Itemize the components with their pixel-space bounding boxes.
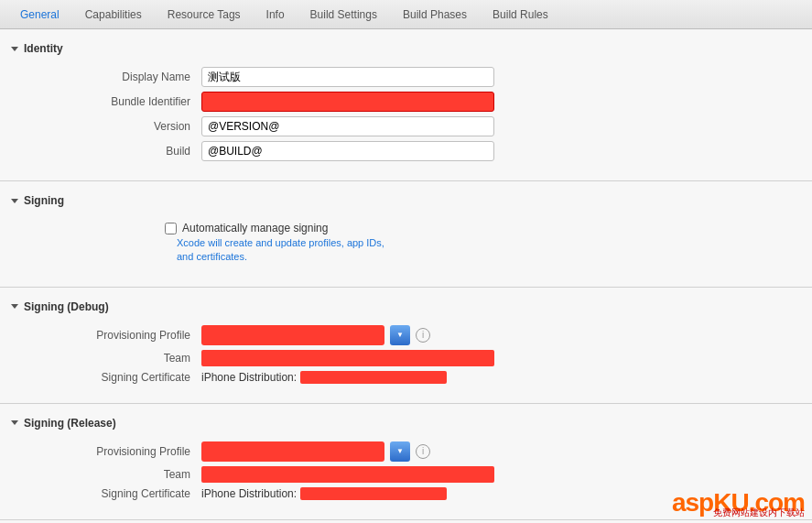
debug-team-field bbox=[201, 350, 494, 366]
release-provisioning-select-redacted[interactable] bbox=[201, 441, 384, 462]
auto-signing-checkbox[interactable] bbox=[165, 223, 177, 234]
version-input[interactable] bbox=[201, 116, 494, 136]
tab-capabilities[interactable]: Capabilities bbox=[72, 3, 155, 27]
debug-team-row: Team bbox=[0, 350, 812, 366]
release-provisioning-info-btn[interactable]: i bbox=[416, 444, 430, 459]
display-name-field bbox=[201, 67, 494, 87]
release-team-field bbox=[201, 466, 494, 483]
version-row: Version bbox=[0, 116, 812, 136]
auto-signing-row: Automatically manage signing Xcode will … bbox=[0, 214, 812, 272]
tab-general[interactable]: General bbox=[7, 3, 72, 27]
debug-cert-label: Signing Certificate bbox=[18, 371, 201, 384]
release-provisioning-field: i bbox=[201, 441, 494, 462]
debug-provisioning-label: Provisioning Profile bbox=[18, 329, 201, 342]
tab-bar: General Capabilities Resource Tags Info … bbox=[0, 0, 812, 29]
signing-header[interactable]: Signing bbox=[0, 191, 812, 214]
auto-signing-label: Automatically manage signing bbox=[182, 222, 396, 234]
collapse-triangle-signing-debug bbox=[11, 304, 18, 309]
release-cert-label: Signing Certificate bbox=[18, 487, 201, 500]
signing-release-title: Signing (Release) bbox=[24, 417, 116, 430]
signing-debug-header[interactable]: Signing (Debug) bbox=[0, 297, 812, 321]
signing-debug-section: Signing (Debug) Provisioning Profile i T… bbox=[0, 288, 812, 404]
tab-build-rules[interactable]: Build Rules bbox=[480, 3, 561, 27]
bundle-id-label: Bundle Identifier bbox=[18, 95, 201, 108]
release-provisioning-dropdown-btn[interactable] bbox=[390, 441, 410, 462]
tab-resource-tags[interactable]: Resource Tags bbox=[155, 3, 254, 27]
collapse-triangle-signing bbox=[11, 199, 18, 203]
identity-title: Identity bbox=[24, 42, 63, 55]
signing-description: Xcode will create and update profiles, a… bbox=[177, 236, 396, 265]
build-row: Build bbox=[0, 141, 812, 161]
signing-section: Signing Automatically manage signing Xco… bbox=[0, 181, 812, 288]
watermark-sub: 免费网站建设内下载站 bbox=[713, 507, 805, 519]
main-content: Identity Display Name Bundle Identifier … bbox=[0, 29, 812, 523]
release-team-redacted bbox=[201, 466, 494, 483]
debug-provisioning-info-btn[interactable]: i bbox=[416, 328, 430, 343]
bundle-id-input[interactable] bbox=[201, 92, 494, 112]
release-cert-field: iPhone Distribution: bbox=[201, 487, 494, 500]
version-label: Version bbox=[18, 120, 201, 133]
release-cert-redacted bbox=[300, 487, 447, 500]
debug-cert-redacted bbox=[300, 371, 447, 384]
display-name-input[interactable] bbox=[201, 67, 494, 87]
build-input[interactable] bbox=[201, 141, 494, 161]
signing-debug-title: Signing (Debug) bbox=[24, 300, 109, 313]
signing-release-section: Signing (Release) Provisioning Profile i… bbox=[0, 404, 812, 520]
build-label: Build bbox=[18, 145, 201, 158]
build-field bbox=[201, 141, 494, 161]
signing-release-header[interactable]: Signing (Release) bbox=[0, 413, 812, 437]
tab-build-phases[interactable]: Build Phases bbox=[390, 3, 480, 27]
release-cert-row: Signing Certificate iPhone Distribution: bbox=[0, 487, 812, 500]
release-team-label: Team bbox=[18, 468, 201, 481]
debug-provisioning-row: Provisioning Profile i bbox=[0, 325, 812, 345]
identity-header[interactable]: Identity bbox=[0, 38, 812, 62]
debug-provisioning-field: i bbox=[201, 325, 494, 345]
signing-title: Signing bbox=[24, 194, 64, 207]
release-provisioning-row: Provisioning Profile i bbox=[0, 441, 812, 462]
tab-info[interactable]: Info bbox=[254, 3, 298, 27]
debug-cert-prefix: iPhone Distribution: bbox=[201, 371, 297, 384]
collapse-triangle-identity bbox=[11, 47, 18, 51]
debug-team-label: Team bbox=[18, 352, 201, 365]
bundle-id-row: Bundle Identifier bbox=[0, 92, 812, 112]
debug-cert-row: Signing Certificate iPhone Distribution: bbox=[0, 371, 812, 384]
tab-build-settings[interactable]: Build Settings bbox=[298, 3, 390, 27]
display-name-label: Display Name bbox=[18, 71, 201, 83]
version-field bbox=[201, 116, 494, 136]
bundle-id-field bbox=[201, 92, 494, 112]
display-name-row: Display Name bbox=[0, 67, 812, 87]
release-cert-prefix: iPhone Distribution: bbox=[201, 487, 297, 500]
release-team-row: Team bbox=[0, 466, 812, 483]
debug-team-redacted bbox=[201, 350, 494, 366]
debug-cert-field: iPhone Distribution: bbox=[201, 371, 494, 384]
collapse-triangle-signing-release bbox=[11, 420, 18, 425]
debug-provisioning-select-redacted[interactable] bbox=[201, 325, 384, 345]
debug-provisioning-dropdown-btn[interactable] bbox=[390, 325, 410, 345]
release-provisioning-label: Provisioning Profile bbox=[18, 445, 201, 458]
identity-section: Identity Display Name Bundle Identifier … bbox=[0, 29, 812, 181]
